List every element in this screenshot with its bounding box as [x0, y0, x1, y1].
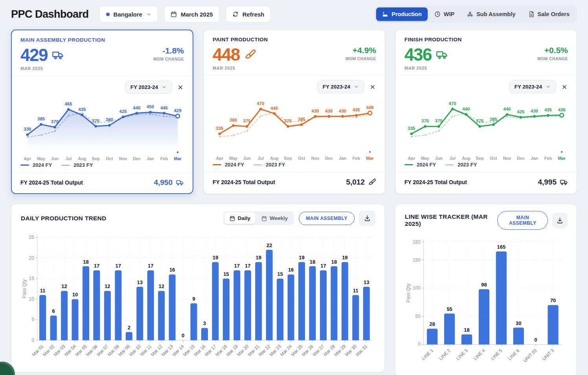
svg-text:Jan: Jan [339, 156, 346, 161]
tab-sale-orders[interactable]: Sale Orders [522, 7, 575, 21]
svg-text:Mar 27: Mar 27 [312, 344, 325, 357]
refresh-button[interactable]: Refresh [226, 6, 271, 22]
svg-text:Mar 08: Mar 08 [107, 344, 120, 357]
bottom-panels-row: DAILY PRODUCTION TREND Daily Weekly MAIN… [0, 194, 588, 375]
paint-line-chart: 335380375470445375385430430430435448AprM… [213, 94, 376, 162]
toggle-weekly[interactable]: Weekly [256, 212, 293, 224]
svg-text:335: 335 [408, 126, 415, 131]
svg-text:17: 17 [94, 263, 99, 269]
svg-text:Feb: Feb [160, 156, 168, 161]
svg-text:Mar 28: Mar 28 [323, 344, 336, 357]
svg-text:330: 330 [24, 127, 31, 131]
svg-text:385: 385 [490, 117, 498, 122]
svg-text:15: 15 [223, 271, 229, 277]
chart-legend: 2024 FY 2023 FY [404, 162, 568, 168]
download-button[interactable] [553, 213, 567, 228]
factory-icon [382, 11, 388, 17]
toggle-daily[interactable]: Daily [224, 212, 255, 224]
total-output-label: FY 2024-25 Total Output [20, 179, 83, 186]
svg-text:LINE 3: LINE 3 [456, 348, 469, 361]
svg-text:Aug: Aug [270, 156, 278, 161]
svg-text:LINE 6: LINE 6 [507, 348, 520, 361]
calendar-icon [230, 216, 235, 221]
kpi-card-paint[interactable]: PAINT PRODUCTION 448 MAR 2025 +4.9% MOM … [204, 30, 385, 194]
kpi-value: 429 [20, 46, 48, 64]
svg-text:436: 436 [558, 107, 566, 112]
svg-text:19: 19 [213, 255, 218, 260]
svg-text:Mar 16: Mar 16 [193, 344, 206, 357]
svg-text:Aug: Aug [78, 156, 86, 161]
svg-text:Mar 29: Mar 29 [333, 344, 347, 357]
svg-text:25: 25 [29, 235, 35, 240]
svg-text:375: 375 [435, 118, 443, 123]
svg-text:430: 430 [325, 109, 333, 113]
location-select[interactable]: Bangalore [99, 6, 158, 22]
svg-text:55: 55 [447, 306, 452, 312]
daily-weekly-toggle: Daily Weekly [223, 211, 294, 225]
svg-text:Oct: Oct [298, 156, 305, 161]
svg-text:9: 9 [192, 296, 195, 302]
svg-text:Mar 13: Mar 13 [161, 344, 174, 357]
kpi-change-label: MOM CHANGE [537, 56, 568, 61]
svg-text:70: 70 [550, 297, 556, 303]
svg-text:3: 3 [203, 320, 206, 326]
divider [396, 172, 577, 173]
tab-sub-assembly[interactable]: Sub Assembly [461, 7, 521, 21]
truck-icon [52, 49, 64, 61]
svg-text:375: 375 [421, 118, 429, 123]
svg-text:100: 100 [413, 285, 421, 291]
kpi-change: +4.9% [345, 46, 376, 54]
svg-text:380: 380 [106, 117, 113, 122]
svg-text:435: 435 [544, 107, 552, 112]
download-button[interactable] [359, 211, 375, 225]
total-output-label: FY 2024-25 Total Output [404, 179, 467, 185]
svg-text:Mar 26: Mar 26 [301, 344, 314, 357]
svg-text:May: May [421, 156, 430, 161]
svg-text:Pass Qty: Pass Qty [406, 284, 411, 303]
chevron-down-icon [354, 84, 359, 89]
location-dot-icon [106, 13, 110, 16]
close-icon[interactable] [369, 83, 376, 91]
svg-text:Mar 02: Mar 02 [42, 344, 55, 357]
svg-text:Jan: Jan [531, 156, 538, 161]
main-assembly-filter-button[interactable]: MAIN ASSEMBLY [299, 212, 355, 225]
kpi-card-finish[interactable]: FINISH PRODUCTION 436 MAR 2025 +0.5% MOM… [395, 30, 577, 194]
svg-text:Mar 01: Mar 01 [31, 344, 44, 357]
download-icon [557, 217, 563, 224]
total-output-label: FY 2024-25 Total Output [213, 179, 275, 185]
svg-text:11: 11 [353, 288, 358, 294]
svg-text:465: 465 [65, 102, 73, 106]
svg-text:385: 385 [37, 116, 45, 121]
refresh-icon [232, 11, 239, 17]
svg-text:385: 385 [298, 117, 306, 122]
tab-production[interactable]: Production [376, 7, 428, 21]
kpi-change-label: MOM CHANGE [345, 56, 376, 61]
header: PPC Dashboard Bangalore March 2025 Refre… [0, 0, 588, 27]
main-assembly-filter-button[interactable]: MAIN ASSEMBLY [497, 211, 548, 230]
svg-text:98: 98 [481, 282, 487, 288]
panel-title: DAILY PRODUCTION TREND [21, 215, 107, 222]
svg-text:430: 430 [339, 109, 346, 113]
kpi-card-main-assembly[interactable]: MAIN ASSEMBLY PRODUCTION 429 MAR 2025 -1… [11, 30, 193, 194]
kpi-card-title: PAINT PRODUCTION [213, 37, 376, 42]
kpi-period: MAR 2025 [404, 66, 448, 70]
chevron-down-icon [146, 12, 151, 17]
svg-text:375: 375 [476, 118, 484, 123]
close-icon[interactable] [561, 83, 568, 91]
tab-wip[interactable]: WIP [428, 7, 460, 21]
svg-text:Jul: Jul [449, 156, 456, 161]
chevron-down-icon [162, 85, 167, 90]
month-picker[interactable]: March 2025 [164, 6, 220, 22]
svg-text:375: 375 [243, 118, 251, 123]
svg-text:17: 17 [245, 263, 250, 269]
fy-filter-dropdown[interactable]: FY 2023-24 [317, 80, 364, 93]
svg-text:440: 440 [503, 107, 511, 111]
svg-text:Mar 31: Mar 31 [355, 344, 368, 357]
fy-filter-dropdown[interactable]: FY 2023-24 [509, 80, 556, 93]
total-output-value: 4,950 [154, 178, 184, 187]
fy-filter-dropdown[interactable]: FY 2023-24 [125, 81, 172, 94]
close-icon[interactable] [177, 84, 184, 91]
calendar-icon [171, 11, 177, 17]
clock-icon [434, 11, 441, 17]
svg-text:2: 2 [128, 325, 130, 331]
